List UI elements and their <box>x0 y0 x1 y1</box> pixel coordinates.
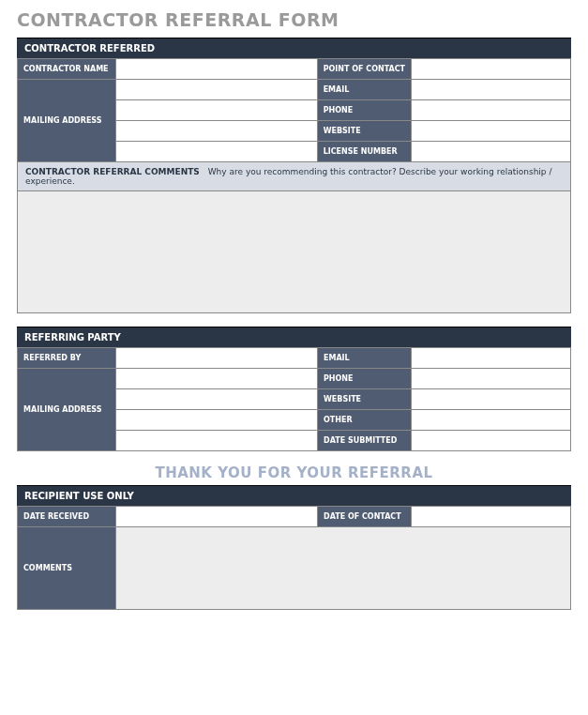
comments-label: CONTRACTOR REFERRAL COMMENTS <box>25 167 200 176</box>
referring-table: REFERRED BY EMAIL MAILING ADDRESS PHONE … <box>17 347 571 451</box>
comments-header: CONTRACTOR REFERRAL COMMENTS Why are you… <box>17 162 571 191</box>
input-mailing-2[interactable] <box>116 100 318 121</box>
input-ref-website[interactable] <box>412 389 571 410</box>
section-contractor: CONTRACTOR REFERRED CONTRACTOR NAME POIN… <box>17 38 571 313</box>
input-ref-mailing-3[interactable] <box>116 410 318 431</box>
label-date-received: DATE RECEIVED <box>18 507 116 527</box>
label-date-contact: DATE OF CONTACT <box>318 507 412 527</box>
label-email: EMAIL <box>317 80 411 100</box>
input-date-submitted[interactable] <box>412 431 571 451</box>
label-other: OTHER <box>318 410 412 431</box>
recipient-table: DATE RECEIVED DATE OF CONTACT COMMENTS <box>17 506 571 610</box>
label-license: LICENSE NUMBER <box>317 142 411 162</box>
label-website: WEBSITE <box>317 121 411 142</box>
input-license[interactable] <box>412 142 571 162</box>
comments-body[interactable] <box>17 191 571 313</box>
input-ref-phone[interactable] <box>412 369 571 389</box>
input-contractor-name[interactable] <box>116 59 318 80</box>
section-header-contractor: CONTRACTOR REFERRED <box>17 38 571 58</box>
input-mailing-4[interactable] <box>116 142 318 162</box>
input-recipient-comments[interactable] <box>116 527 571 610</box>
input-mailing-3[interactable] <box>116 121 318 142</box>
input-mailing-1[interactable] <box>116 80 318 100</box>
input-date-received[interactable] <box>116 507 318 527</box>
thank-you-text: THANK YOU FOR YOUR REFERRAL <box>17 464 571 481</box>
label-referred-by: REFERRED BY <box>18 348 116 369</box>
input-other[interactable] <box>412 410 571 431</box>
label-ref-phone: PHONE <box>318 369 412 389</box>
label-contractor-name: CONTRACTOR NAME <box>18 59 116 80</box>
input-poc[interactable] <box>412 59 571 80</box>
label-phone: PHONE <box>317 100 411 121</box>
input-website[interactable] <box>412 121 571 142</box>
input-email[interactable] <box>412 80 571 100</box>
contractor-table: CONTRACTOR NAME POINT OF CONTACT MAILING… <box>17 58 571 162</box>
label-date-submitted: DATE SUBMITTED <box>318 431 412 451</box>
label-ref-email: EMAIL <box>318 348 412 369</box>
form-title: CONTRACTOR REFERRAL FORM <box>17 9 571 30</box>
input-date-contact[interactable] <box>412 507 571 527</box>
label-poc: POINT OF CONTACT <box>317 59 411 80</box>
input-ref-mailing-1[interactable] <box>116 369 318 389</box>
input-ref-mailing-2[interactable] <box>116 389 318 410</box>
section-recipient: RECIPIENT USE ONLY DATE RECEIVED DATE OF… <box>17 485 571 610</box>
input-phone[interactable] <box>412 100 571 121</box>
section-referring: REFERRING PARTY REFERRED BY EMAIL MAILIN… <box>17 327 571 451</box>
label-ref-website: WEBSITE <box>318 389 412 410</box>
label-mailing-address: MAILING ADDRESS <box>18 80 116 162</box>
input-ref-mailing-4[interactable] <box>116 431 318 451</box>
input-referred-by[interactable] <box>116 348 318 369</box>
input-ref-email[interactable] <box>412 348 571 369</box>
section-header-recipient: RECIPIENT USE ONLY <box>17 485 571 506</box>
label-ref-mailing: MAILING ADDRESS <box>18 369 116 451</box>
section-header-referring: REFERRING PARTY <box>17 327 571 347</box>
label-recipient-comments: COMMENTS <box>18 527 116 610</box>
